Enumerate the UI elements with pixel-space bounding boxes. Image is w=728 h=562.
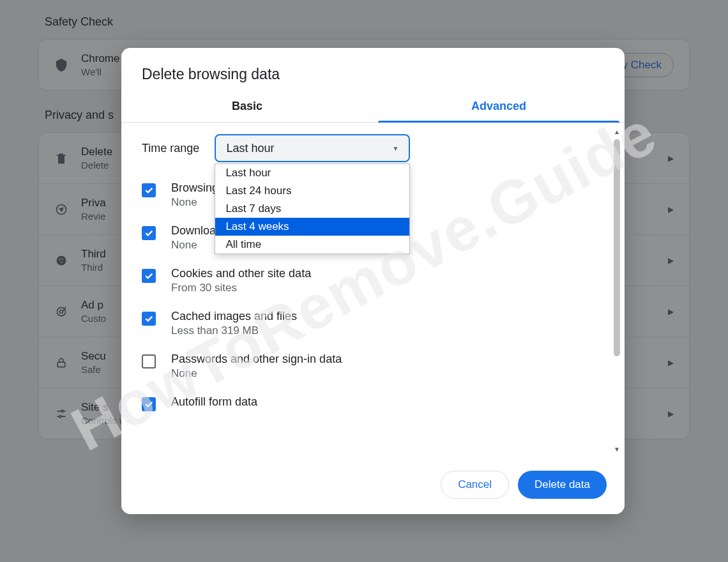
dialog-title: Delete browsing data: [121, 48, 625, 95]
time-range-option[interactable]: Last 7 days: [215, 200, 409, 218]
checkbox-download-history[interactable]: [142, 226, 156, 240]
scrollbar-thumb[interactable]: [614, 139, 620, 356]
tab-advanced[interactable]: Advanced: [373, 95, 625, 122]
tab-basic[interactable]: Basic: [121, 95, 373, 122]
data-type-row-autofill: Autofill form data: [139, 390, 607, 416]
checkbox-passwords[interactable]: [142, 354, 156, 368]
scrollbar[interactable]: ▲ ▼: [612, 128, 622, 454]
data-type-row-cookies: Cookies and other site data From 30 site…: [139, 262, 607, 300]
time-range-value: Last hour: [226, 142, 274, 155]
data-type-title: Autofill form data: [171, 395, 604, 409]
checkbox-autofill[interactable]: [142, 397, 156, 411]
time-range-select[interactable]: Last hour ▼: [215, 134, 410, 162]
dialog-tabs: Basic Advanced: [121, 95, 625, 123]
checkbox-cache[interactable]: [142, 312, 156, 326]
delete-browsing-data-dialog: Delete browsing data Basic Advanced Time…: [121, 48, 625, 514]
checkbox-cookies[interactable]: [142, 269, 156, 283]
data-type-row-passwords: Passwords and other sign-in data None: [139, 347, 607, 385]
time-range-option[interactable]: Last 24 hours: [215, 182, 409, 200]
time-range-label: Time range: [139, 142, 199, 155]
dialog-body: Time range Last hour ▼ Last hour Last 24…: [121, 123, 625, 459]
scroll-up-arrow-icon[interactable]: ▲: [612, 128, 622, 137]
time-range-dropdown: Last hour Last 24 hours Last 7 days Last…: [215, 163, 410, 254]
data-type-sub: From 30 sites: [171, 282, 604, 294]
delete-data-button[interactable]: Delete data: [518, 471, 607, 499]
dialog-footer: Cancel Delete data: [121, 459, 625, 514]
time-range-option[interactable]: Last 4 weeks: [215, 218, 409, 236]
time-range-option[interactable]: All time: [215, 236, 409, 254]
data-type-title: Passwords and other sign-in data: [171, 353, 604, 366]
data-type-title: Cookies and other site data: [171, 267, 604, 280]
data-type-title: Cached images and files: [171, 310, 604, 323]
data-type-sub: None: [171, 367, 604, 380]
data-type-row-cache: Cached images and files Less than 319 MB: [139, 305, 607, 342]
chevron-down-icon: ▼: [392, 145, 398, 152]
cancel-button[interactable]: Cancel: [441, 471, 509, 499]
scroll-down-arrow-icon[interactable]: ▼: [612, 445, 622, 454]
time-range-option[interactable]: Last hour: [215, 164, 409, 182]
data-type-sub: Less than 319 MB: [171, 324, 604, 337]
checkbox-browsing-history[interactable]: [142, 183, 156, 197]
